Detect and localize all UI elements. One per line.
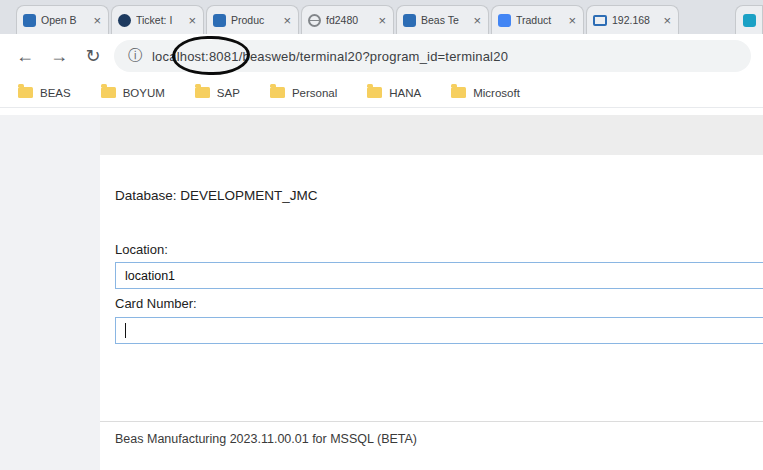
bookmark-label: SAP <box>217 87 240 99</box>
tab-close-icon[interactable]: × <box>377 14 387 27</box>
tab-bar: Open B × Ticket: I × Produc × fd2480 × B… <box>0 0 763 34</box>
back-icon[interactable]: ← <box>12 43 38 69</box>
tab-label: Open B <box>41 14 87 26</box>
location-input-value: location1 <box>125 269 175 283</box>
tab-label: Produc <box>231 14 277 26</box>
tab-partial[interactable] <box>735 5 763 34</box>
bookmark-label: Microsoft <box>473 87 520 99</box>
folder-icon <box>451 87 466 98</box>
url-text: localhost:8081/beasweb/terminal20?progra… <box>152 49 508 64</box>
folder-icon <box>101 87 116 98</box>
monitor-icon <box>593 15 607 26</box>
card-number-label: Card Number: <box>115 296 197 311</box>
bookmark-folder-personal[interactable]: Personal <box>270 87 337 99</box>
tab-label: Beas Te <box>421 14 467 26</box>
bookmark-folder-boyum[interactable]: BOYUM <box>101 87 165 99</box>
info-icon[interactable]: ⓘ <box>128 47 142 65</box>
tab-open-b[interactable]: Open B × <box>16 5 109 34</box>
beas-app-icon <box>213 14 226 27</box>
forward-icon[interactable]: → <box>46 43 72 69</box>
tab-produc[interactable]: Produc × <box>206 5 299 34</box>
tab-ticket[interactable]: Ticket: I × <box>111 5 204 34</box>
tab-label: 192.168 <box>612 14 657 26</box>
beas-app-icon <box>23 14 36 27</box>
bookmark-folder-beas[interactable]: BEAS <box>18 87 71 99</box>
location-label: Location: <box>115 242 168 257</box>
folder-icon <box>270 87 285 98</box>
bookmark-folder-sap[interactable]: SAP <box>195 87 240 99</box>
tab-label: fd2480 <box>326 14 372 26</box>
bookmark-label: BEAS <box>40 87 71 99</box>
bookmark-folder-microsoft[interactable]: Microsoft <box>451 87 520 99</box>
text-caret <box>125 323 126 338</box>
ticket-app-icon <box>118 14 131 27</box>
tab-close-icon[interactable]: × <box>472 14 482 27</box>
navigation-bar: ← → ↻ ⓘ localhost:8081/beasweb/terminal2… <box>0 34 763 78</box>
reload-icon[interactable]: ↻ <box>80 43 106 69</box>
beas-app-icon <box>403 14 416 27</box>
tab-close-icon[interactable]: × <box>92 14 102 27</box>
left-gutter <box>0 115 100 470</box>
footer-version-text: Beas Manufacturing 2023.11.00.01 for MSS… <box>115 432 417 446</box>
bookmark-label: HANA <box>389 87 421 99</box>
tab-label: Ticket: I <box>136 14 182 26</box>
tab-label: Traduct <box>516 14 562 26</box>
grid-app-icon <box>743 14 756 27</box>
tab-fd2480[interactable]: fd2480 × <box>301 5 394 34</box>
database-line: Database: DEVELOPMENT_JMC <box>115 188 318 203</box>
tab-traduct[interactable]: Traduct × <box>491 5 584 34</box>
tab-192-168[interactable]: 192.168 × <box>586 5 679 34</box>
folder-icon <box>367 87 382 98</box>
tab-close-icon[interactable]: × <box>567 14 577 27</box>
tab-beas-terminal[interactable]: Beas Te × <box>396 5 489 34</box>
card-number-input[interactable] <box>115 317 763 344</box>
tab-close-icon[interactable]: × <box>282 14 292 27</box>
globe-icon <box>308 14 321 27</box>
bookmark-label: Personal <box>292 87 337 99</box>
footer-divider <box>100 421 763 422</box>
folder-icon <box>195 87 210 98</box>
address-bar[interactable]: ⓘ localhost:8081/beasweb/terminal20?prog… <box>114 40 751 72</box>
folder-icon <box>18 87 33 98</box>
page-content: Database: DEVELOPMENT_JMC Location: loca… <box>0 108 763 470</box>
page-header-band <box>100 115 763 155</box>
bookmarks-bar: BEAS BOYUM SAP Personal HANA Microsoft <box>0 78 763 108</box>
bookmark-label: BOYUM <box>123 87 165 99</box>
tab-close-icon[interactable]: × <box>187 14 197 27</box>
translate-icon <box>498 14 511 27</box>
bookmark-folder-hana[interactable]: HANA <box>367 87 421 99</box>
location-input[interactable]: location1 <box>115 262 763 289</box>
tab-close-icon[interactable]: × <box>662 14 672 27</box>
